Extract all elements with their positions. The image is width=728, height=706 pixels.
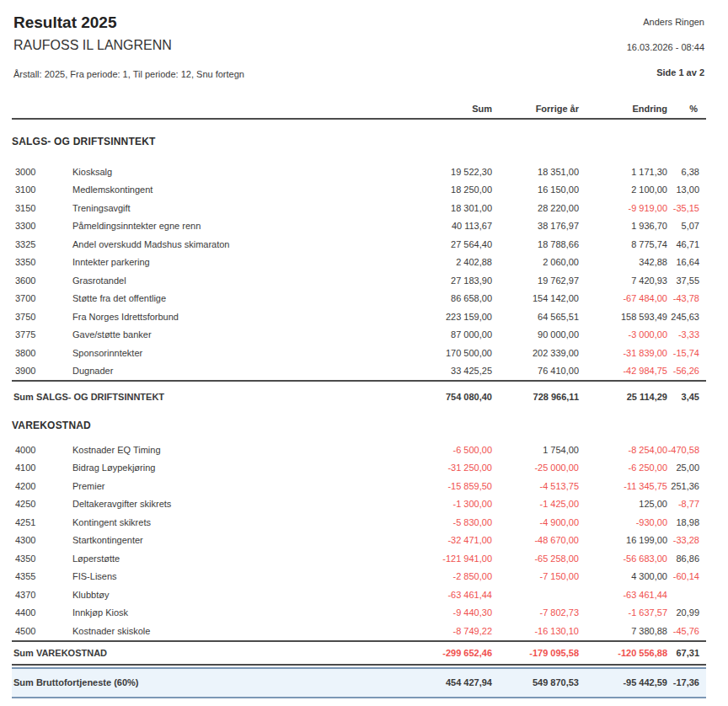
section-sum-row: Sum SALGS- OG DRIFTSINNTEKT754 080,40728… <box>12 380 706 412</box>
percent-value: -45,76 <box>667 626 706 636</box>
previous-year-value: -4 513,75 <box>492 481 579 491</box>
account-name: Kontingent skikrets <box>72 517 399 527</box>
account-name: Sponsorinntekter <box>72 348 399 358</box>
change-value: 158 593,49 <box>579 312 667 322</box>
table-row: 4250Deltakeravgifter skikrets-1 300,00-1… <box>12 495 706 514</box>
table-row: 4500Kostnader skiskole-8 749,22-16 130,1… <box>12 622 706 640</box>
change-value: 7 420,93 <box>579 275 667 286</box>
sum-value: -32 471,00 <box>399 535 492 545</box>
percent-value: 86,86 <box>667 554 706 564</box>
report-timestamp: 16.03.2026 - 08:44 <box>627 42 704 52</box>
previous-year-value: 18 351,00 <box>492 167 579 177</box>
change-value: 342,88 <box>579 257 667 267</box>
table-row: 4355FIS-Lisens-2 850,00-7 150,004 300,00… <box>12 568 706 586</box>
table-row: 3775Gave/støtte banker87 000,0090 000,00… <box>12 326 706 345</box>
percent-value: -17,36 <box>667 677 706 687</box>
account-number: 3750 <box>12 312 72 322</box>
previous-year-value: 38 176,97 <box>492 221 579 231</box>
sum-value: 27 564,40 <box>399 239 492 249</box>
previous-year-value: 18 788,66 <box>492 239 579 249</box>
change-value: -67 484,00 <box>579 293 667 303</box>
account-name: Støtte fra det offentlige <box>72 293 399 303</box>
account-number: 3800 <box>12 348 72 358</box>
previous-year-value: 16 150,00 <box>492 185 579 195</box>
account-name: Bidrag Løypekjøring <box>72 463 399 473</box>
account-number: 3900 <box>12 366 72 376</box>
percent-value: 46,71 <box>667 239 706 249</box>
percent-value: 13,00 <box>667 185 706 195</box>
sum-value: 223 159,00 <box>399 312 492 322</box>
account-number: 4250 <box>12 499 72 509</box>
percent-value: -43,78 <box>667 293 706 303</box>
percent-value: -8,77 <box>667 499 706 509</box>
account-name: Kiosksalg <box>72 167 399 177</box>
report-page: Resultat 2025 RAUFOSS IL LANGRENN Årstal… <box>0 0 728 698</box>
sum-value: 18 301,00 <box>399 203 492 213</box>
percent-value: -60,14 <box>667 571 706 581</box>
change-value: -63 461,44 <box>579 590 667 600</box>
account-name: FIS-Lisens <box>72 571 399 581</box>
account-number: 4500 <box>12 626 72 636</box>
change-value: 16 199,00 <box>579 535 667 545</box>
account-name: Grasrotandel <box>72 275 399 286</box>
previous-year-value: 154 142,00 <box>492 293 579 303</box>
percent-value: 16,64 <box>667 257 706 267</box>
account-name: Andel overskudd Madshus skimaraton <box>72 239 399 249</box>
account-number: 3000 <box>12 167 72 177</box>
sum-value: -299 652,46 <box>399 648 492 658</box>
table-row: 4200Premier-15 859,50-4 513,75-11 345,75… <box>12 477 706 495</box>
change-value: 125,00 <box>579 499 667 509</box>
account-name: Innkjøp Kiosk <box>72 607 399 618</box>
account-number: 4355 <box>12 571 72 581</box>
account-name: Medlemskontingent <box>72 185 399 195</box>
account-name: Kostnader skiskole <box>72 626 399 636</box>
change-value: -8 254,00 <box>579 445 667 455</box>
sum-value: 754 080,40 <box>399 392 492 402</box>
column-header-previous-year: Forrige år <box>492 104 579 118</box>
account-name: Treningsavgift <box>72 203 399 213</box>
table-row: 4370Klubbtøy-63 461,44-63 461,44 <box>12 586 706 604</box>
previous-year-value: -1 425,00 <box>492 499 579 509</box>
account-name: Fra Norges Idrettsforbund <box>72 312 399 322</box>
table-row: 4300Startkontingenter-32 471,00-48 670,0… <box>12 532 706 550</box>
percent-value: 37,55 <box>667 275 706 286</box>
account-number: 4000 <box>12 445 72 455</box>
previous-year-value: -65 258,00 <box>492 554 579 564</box>
sum-value: -31 250,00 <box>399 463 492 473</box>
change-value: -930,00 <box>579 517 667 527</box>
gross-profit-label: Sum Bruttofortjeneste (60%) <box>12 677 399 687</box>
sum-value: -9 440,30 <box>399 607 492 618</box>
change-value: 2 100,00 <box>579 185 667 195</box>
previous-year-value: 549 870,53 <box>492 677 579 687</box>
account-number: 4370 <box>12 590 72 600</box>
account-number: 3700 <box>12 293 72 303</box>
table-body: SALGS- OG DRIFTSINNTEKT3000Kiosksalg19 5… <box>12 136 706 666</box>
sum-value: -63 461,44 <box>399 590 492 600</box>
change-value: -9 919,00 <box>579 203 667 213</box>
section-sum-label: Sum VAREKOSTNAD <box>12 648 399 658</box>
table-row: 3325Andel overskudd Madshus skimaraton27… <box>12 235 706 254</box>
table-row: 3900Dugnader33 425,2576 410,00-42 984,75… <box>12 362 706 381</box>
previous-year-value: -7 802,73 <box>492 607 579 618</box>
account-number: 4350 <box>12 554 72 564</box>
account-name: Kostnader EQ Timing <box>72 445 399 455</box>
section-sum-row: Sum VAREKOSTNAD-299 652,46-179 095,58-12… <box>12 640 706 666</box>
column-header-change: Endring <box>579 104 667 118</box>
previous-year-value: -48 670,00 <box>492 535 579 545</box>
change-value: -56 683,00 <box>579 554 667 564</box>
account-number: 3325 <box>12 239 72 249</box>
account-name: Inntekter parkering <box>72 257 399 267</box>
table-row: 4251Kontingent skikrets-5 830,00-4 900,0… <box>12 513 706 532</box>
account-name: Gave/støtte banker <box>72 329 399 340</box>
previous-year-value: 90 000,00 <box>492 329 579 340</box>
account-number: 3300 <box>12 221 72 231</box>
table-row: 3600Grasrotandel27 183,9019 762,977 420,… <box>12 271 706 290</box>
previous-year-value: 19 762,97 <box>492 275 579 286</box>
percent-value: 67,31 <box>667 648 706 658</box>
percent-value: -56,26 <box>667 366 706 376</box>
table-row: 4000Kostnader EQ Timing-6 500,001 754,00… <box>12 441 706 459</box>
section-rows: 4000Kostnader EQ Timing-6 500,001 754,00… <box>12 441 706 640</box>
change-value: -6 250,00 <box>579 463 667 473</box>
percent-value: 18,98 <box>667 517 706 527</box>
account-name: Premier <box>72 481 399 491</box>
